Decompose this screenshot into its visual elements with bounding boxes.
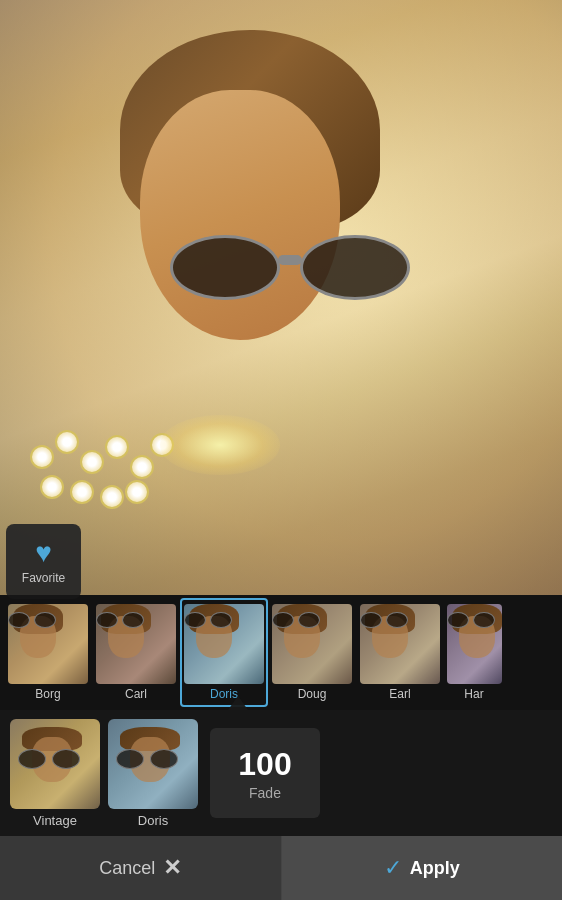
thumb-lens-right (473, 612, 495, 628)
thumb-lens-left (8, 612, 30, 628)
glasses-bridge (278, 255, 302, 265)
thumb-lens-right (122, 612, 144, 628)
thumb-lens-left (360, 612, 382, 628)
doris-thumb (108, 719, 198, 809)
thumb-lens-right (52, 749, 80, 769)
filter-item-borg[interactable]: Borg (4, 600, 92, 705)
thumb-lens-left (18, 749, 46, 769)
filter-thumb-borg (8, 604, 88, 684)
flower (80, 450, 104, 474)
filter-label-har: Har (464, 687, 483, 701)
thumb-lens-right (298, 612, 320, 628)
favorite-label: Favorite (22, 571, 65, 585)
cancel-label: Cancel (99, 858, 155, 879)
bottom-filter-doris[interactable]: Doris (108, 719, 198, 828)
face-shape (140, 90, 340, 340)
lens-left (170, 235, 280, 300)
filter-thumb-carl (96, 604, 176, 684)
flower (105, 435, 129, 459)
thumb-lens-left (96, 612, 118, 628)
filter-item-carl[interactable]: Carl (92, 600, 180, 705)
thumb-lens-left (272, 612, 294, 628)
vintage-label: Vintage (33, 813, 77, 828)
flower (40, 475, 64, 499)
lens-right (300, 235, 410, 300)
filter-item-har[interactable]: Har (444, 600, 504, 705)
flower (30, 445, 54, 469)
filter-label-doug: Doug (298, 687, 327, 701)
sunglasses (170, 230, 440, 310)
cancel-icon: ✕ (163, 855, 181, 881)
fade-control[interactable]: 100 Fade (210, 728, 320, 818)
thumb-lens-right (386, 612, 408, 628)
filter-label-carl: Carl (125, 687, 147, 701)
flower (100, 485, 124, 509)
fade-value: 100 (238, 746, 291, 783)
apply-button[interactable]: ✓ Apply (282, 836, 563, 900)
flower (125, 480, 149, 504)
heart-icon: ♥ (35, 539, 52, 567)
flower (55, 430, 79, 454)
active-filter-indicator (228, 696, 248, 710)
filter-strip: Borg Carl Doris Doug (0, 595, 562, 710)
filter-label-borg: Borg (35, 687, 60, 701)
filter-thumb-earl (360, 604, 440, 684)
filter-item-doug[interactable]: Doug (268, 600, 356, 705)
check-icon: ✓ (384, 855, 402, 881)
favorite-section: ♥ Favorite (0, 518, 90, 605)
light-flare (160, 415, 280, 475)
photo-background (0, 0, 562, 595)
thumb-lens-left (447, 612, 469, 628)
thumb-lens-right (210, 612, 232, 628)
flower (130, 455, 154, 479)
apply-label: Apply (410, 858, 460, 879)
doris-label: Doris (138, 813, 168, 828)
filter-thumb-har (447, 604, 502, 684)
thumb-lens-left (116, 749, 144, 769)
cancel-button[interactable]: Cancel ✕ (0, 836, 282, 900)
favorite-button[interactable]: ♥ Favorite (6, 524, 81, 599)
filter-thumb-doris (184, 604, 264, 684)
fade-label: Fade (249, 785, 281, 801)
filter-item-earl[interactable]: Earl (356, 600, 444, 705)
thumb-lens-left (184, 612, 206, 628)
vintage-thumb (10, 719, 100, 809)
flower (70, 480, 94, 504)
bottom-row: Vintage Doris 100 Fade (0, 710, 562, 836)
filter-label-earl: Earl (389, 687, 410, 701)
bottom-filter-vintage[interactable]: Vintage (10, 719, 100, 828)
thumb-lens-right (150, 749, 178, 769)
thumb-lens-right (34, 612, 56, 628)
filter-item-doris[interactable]: Doris (180, 598, 268, 707)
action-bar: Cancel ✕ ✓ Apply (0, 836, 562, 900)
filter-thumb-doug (272, 604, 352, 684)
